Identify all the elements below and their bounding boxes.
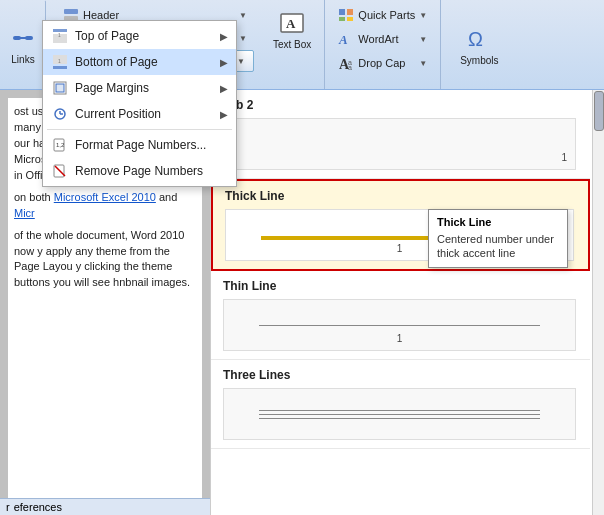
wordart-arrow: ▼ <box>419 35 427 44</box>
menu-item-top-of-page[interactable]: 1 Top of Page ▶ <box>43 23 236 49</box>
drop-cap-label: Drop Cap <box>358 57 405 69</box>
references-text: eferences <box>14 501 62 513</box>
page-margins-arrow: ▶ <box>220 83 228 94</box>
drop-cap-icon: A a a <box>338 55 354 71</box>
text-box-icon: A <box>276 7 308 39</box>
menu-item-format-page-numbers[interactable]: 1,2 Format Page Numbers... <box>43 132 236 158</box>
remove-page-numbers-label: Remove Page Numbers <box>75 164 203 178</box>
text-box-button[interactable]: A Text Box <box>264 2 320 55</box>
three-lines-option[interactable]: Three Lines <box>211 360 590 449</box>
links-label: Links <box>11 54 34 65</box>
links-button[interactable]: Links <box>0 0 46 89</box>
tooltip-description: Centered number under thick accent line <box>437 232 559 261</box>
thick-line-title: Thick Line <box>225 189 574 203</box>
ribbon: Links Header ▼ <box>0 0 604 90</box>
menu-item-page-margins[interactable]: Page Margins ▶ <box>43 75 236 101</box>
tab2-preview: 1 <box>223 118 576 170</box>
tooltip-title: Thick Line <box>437 216 559 228</box>
doc-link-2[interactable]: Micr <box>14 207 35 219</box>
wordart-icon: A <box>338 31 354 47</box>
svg-rect-13 <box>339 17 345 21</box>
text-box-group: A Text Box <box>260 0 325 89</box>
svg-rect-27 <box>56 84 64 92</box>
symbols-icon: Ω <box>463 23 495 55</box>
svg-text:1,2: 1,2 <box>56 142 65 148</box>
menu-item-remove-page-numbers[interactable]: Remove Page Numbers <box>43 158 236 184</box>
svg-rect-24 <box>53 66 67 69</box>
svg-rect-12 <box>347 9 353 15</box>
doc-link-1[interactable]: Microsoft Excel 2010 <box>54 191 156 203</box>
doc-paragraph-2: on both Microsoft Excel 2010 and Micr <box>14 190 196 222</box>
svg-text:1: 1 <box>58 32 61 38</box>
footer-arrow: ▼ <box>239 34 247 43</box>
tab2-number: 1 <box>561 152 567 163</box>
quick-parts-arrow: ▼ <box>419 11 427 20</box>
page-margins-icon <box>51 79 69 97</box>
wordart-button[interactable]: A WordArt ▼ <box>331 28 434 50</box>
symbols-label: Symbols <box>460 55 498 66</box>
quick-parts-button[interactable]: Quick Parts ▼ <box>331 4 434 26</box>
thick-line-option[interactable]: Thick Line 1 Thick Line Centered number … <box>211 179 590 271</box>
svg-rect-14 <box>347 17 353 21</box>
current-position-label: Current Position <box>75 107 161 121</box>
page-margins-label: Page Margins <box>75 81 149 95</box>
scrollbar[interactable] <box>592 90 604 515</box>
svg-text:A: A <box>338 32 348 47</box>
menu-divider-1 <box>47 129 232 130</box>
options-panel: Tab 2 1 Thick Line 1 Thick Line Centered… <box>210 90 604 515</box>
tab2-title: Tab 2 <box>223 98 576 112</box>
three-lines-title: Three Lines <box>223 368 576 382</box>
thick-number: 1 <box>397 243 403 254</box>
symbols-button[interactable]: Ω Symbols <box>451 18 507 71</box>
wordart-label: WordArt <box>358 33 398 45</box>
quick-parts-label: Quick Parts <box>358 9 415 21</box>
thin-line-number: 1 <box>397 333 403 344</box>
svg-text:A: A <box>286 16 296 31</box>
doc-text-2: on both <box>14 191 54 203</box>
svg-rect-2 <box>19 37 27 39</box>
format-page-numbers-icon: 1,2 <box>51 136 69 154</box>
menu-item-current-position[interactable]: Current Position ▶ <box>43 101 236 127</box>
thin-line-title: Thin Line <box>223 279 576 293</box>
scroll-thumb[interactable] <box>594 91 604 131</box>
svg-rect-3 <box>64 9 78 14</box>
links-icon <box>9 24 37 54</box>
svg-text:a: a <box>348 64 352 71</box>
top-of-page-label: Top of Page <box>75 29 139 43</box>
top-of-page-icon: 1 <box>51 27 69 45</box>
format-page-numbers-label: Format Page Numbers... <box>75 138 206 152</box>
page-number-arrow: ▼ <box>237 57 245 66</box>
thin-line-preview: 1 <box>223 299 576 351</box>
drop-cap-arrow: ▼ <box>419 59 427 68</box>
bottom-of-page-icon: 1 <box>51 53 69 71</box>
quick-parts-icon <box>338 7 354 23</box>
doc-paragraph-3: of the whole document, Word 2010 now y a… <box>14 228 196 292</box>
svg-text:Ω: Ω <box>468 28 483 50</box>
thin-line-bar <box>259 325 540 326</box>
tab2-option[interactable]: Tab 2 1 <box>211 90 590 179</box>
top-of-page-arrow: ▶ <box>220 31 228 42</box>
three-lines-preview <box>223 388 576 440</box>
current-position-arrow: ▶ <box>220 109 228 120</box>
references-bar: r eferences <box>0 498 210 515</box>
doc-text-4: of the whole document, Word 2010 now y a… <box>14 229 190 289</box>
drop-cap-button[interactable]: A a a Drop Cap ▼ <box>331 52 434 74</box>
current-position-icon <box>51 105 69 123</box>
svg-rect-11 <box>339 9 345 15</box>
references-label: r <box>6 501 10 513</box>
menu-item-bottom-of-page[interactable]: 1 Bottom of Page ▶ <box>43 49 236 75</box>
page-number-dropdown: 1 Top of Page ▶ 1 Bottom of Page ▶ <box>42 20 237 187</box>
svg-text:1: 1 <box>58 58 61 64</box>
bottom-of-page-label: Bottom of Page <box>75 55 158 69</box>
thick-line-tooltip: Thick Line Centered number under thick a… <box>428 209 568 268</box>
remove-page-numbers-icon <box>51 162 69 180</box>
bottom-of-page-arrow: ▶ <box>220 57 228 68</box>
header-arrow: ▼ <box>239 11 247 20</box>
doc-text-3: and <box>159 191 177 203</box>
text-box-label: Text Box <box>273 39 311 50</box>
thin-line-option[interactable]: Thin Line 1 <box>211 271 590 360</box>
